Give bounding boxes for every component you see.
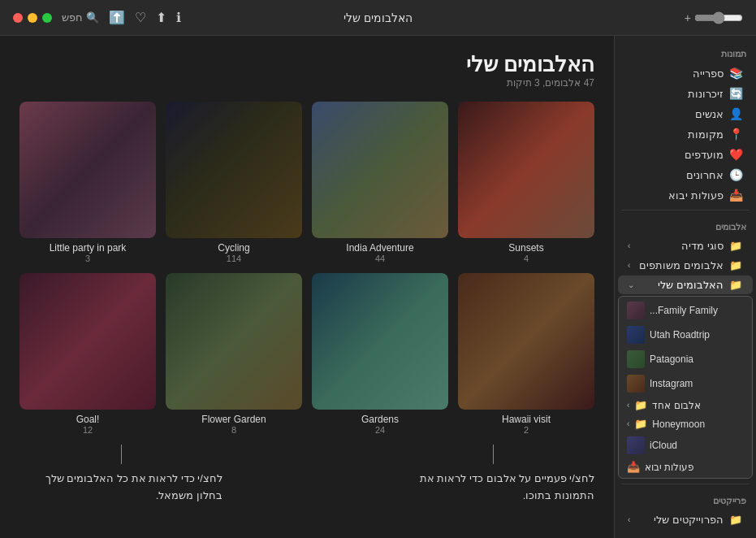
- photo-item-3[interactable]: India Adventure44: [312, 102, 448, 263]
- sidebar-item-user-albums[interactable]: 📁 סוגי מדיה ›: [618, 236, 753, 255]
- chevron-right-shared-icon: ›: [628, 261, 630, 270]
- zoom-slider[interactable]: [694, 11, 743, 24]
- photo-thumb-6: [166, 273, 302, 410]
- heart-icon[interactable]: ♡: [135, 10, 146, 25]
- search-icon: 🔍: [86, 11, 99, 24]
- upload-icon[interactable]: ⬆: [156, 10, 166, 25]
- honeymoon-chevron-icon: ›: [627, 419, 629, 428]
- photo-item-7[interactable]: Gardens24: [312, 273, 448, 435]
- imports2-label: פעולות יבוא: [645, 462, 694, 473]
- photo-thumb-inner-2: [166, 102, 302, 238]
- album-utah-roadtrip[interactable]: Utah Roadtrip: [619, 323, 752, 347]
- callout-left-text: לחצ/י פעמיים על אלבום כדי לראות את התמונ…: [391, 471, 594, 505]
- sidebar-item-people[interactable]: 👤 אנשים: [618, 104, 753, 124]
- album-one-label: אלבום אחד: [652, 400, 700, 411]
- minimize-button[interactable]: [28, 13, 37, 23]
- content-header: האלבומים שלי 47 אלבומים, 3 תיקות: [19, 52, 594, 89]
- photo-thumb-inner-8: [458, 273, 594, 410]
- callout-left: לחצ/י פעמיים על אלבום כדי לראות את התמונ…: [391, 445, 594, 505]
- patagonia-label: Patagonia: [650, 354, 693, 365]
- user-albums-label: סוגי מדיה: [635, 240, 724, 252]
- sidebar-item-places[interactable]: 📍 מקומות: [618, 124, 753, 144]
- photo-label-2: Cycling: [218, 242, 249, 254]
- photo-item-4[interactable]: Sunsets4: [458, 102, 594, 263]
- sidebar-item-memories[interactable]: 🔄 זיכרונות: [618, 84, 753, 103]
- photo-label-1: Little party in park: [50, 242, 127, 254]
- album-family-family[interactable]: Family Family...: [619, 298, 752, 323]
- window-title-text: האלבומים שלי: [343, 11, 413, 24]
- content-area: האלבומים שלי 47 אלבומים, 3 תיקות Little …: [0, 36, 614, 538]
- projects-label: הפרוייקטים שלי: [635, 514, 724, 526]
- album-honeymoon[interactable]: Honeymoon 📁 ›: [619, 414, 752, 433]
- photo-thumb-7: [312, 273, 448, 410]
- photo-item-8[interactable]: Hawaii visit2: [458, 273, 594, 435]
- share-icon[interactable]: ⬆️: [109, 10, 125, 25]
- album-one[interactable]: אלבום אחד 📁 ›: [619, 396, 752, 414]
- chevron-down-icon: ⌄: [628, 280, 634, 289]
- memories-label: זיכרונות: [628, 88, 724, 100]
- page-subtitle: 47 אלבומים, 3 תיקות: [19, 77, 594, 89]
- my-albums-dropdown: Family Family... Utah Roadtrip Patagonia…: [618, 296, 753, 479]
- title-bar: 🔍 חפש ⬆️ ♡ ⬆ ℹ האלבומים שלי +: [0, 0, 756, 36]
- people-label: אנשים: [628, 108, 724, 120]
- sidebar-item-imports[interactable]: 📥 פעולות יבוא: [618, 185, 753, 205]
- album-icloud[interactable]: iCloud: [619, 433, 752, 458]
- maximize-button[interactable]: [42, 13, 52, 23]
- sidebar-divider-2: [621, 484, 750, 484]
- photo-count-7: 24: [375, 425, 385, 435]
- callout-line-right: [121, 445, 122, 464]
- photo-label-8: Hawaii visit: [502, 414, 551, 425]
- album-instagram[interactable]: Instagram: [619, 371, 752, 396]
- photo-grid: Little party in park3Cycling114India Adv…: [19, 102, 594, 435]
- people-icon: 👤: [728, 107, 743, 120]
- sidebar-item-shared[interactable]: 📁 אלבומים משותפים ›: [618, 256, 753, 275]
- photo-item-6[interactable]: Flower Garden8: [166, 273, 302, 435]
- library-label: ספרייה: [628, 67, 724, 80]
- imports2-icon: 📥: [627, 461, 640, 473]
- patagonia-thumb: [627, 350, 645, 368]
- photo-count-3: 44: [375, 254, 385, 263]
- window-title: האלבומים שלי: [343, 11, 413, 24]
- albums-section-header: אלבומים: [615, 215, 756, 236]
- search-label: חפש: [62, 11, 83, 24]
- photo-item-2[interactable]: Cycling114: [166, 102, 302, 263]
- photo-thumb-8: [458, 273, 594, 410]
- sidebar-item-my-albums[interactable]: 📁 האלבומים שלי ⌄: [618, 276, 753, 294]
- library-icon: 📚: [728, 67, 743, 80]
- sidebar-item-library[interactable]: 📚 ספרייה: [618, 63, 753, 83]
- photo-thumb-2: [166, 102, 302, 238]
- utah-roadtrip-thumb: [627, 326, 645, 344]
- sidebar-item-recently-deleted[interactable]: 🕒 אחרונים: [618, 165, 753, 184]
- projects-section-header: פרייקטים: [615, 489, 756, 510]
- photo-item-5[interactable]: Goal!12: [19, 273, 156, 435]
- family-family-label: Family Family...: [650, 305, 718, 316]
- my-albums-label: האלבומים שלי: [639, 279, 724, 291]
- sidebar-item-projects[interactable]: 📁 הפרוייקטים שלי ›: [618, 510, 753, 529]
- instagram-label: Instagram: [650, 378, 693, 389]
- photo-thumb-3: [312, 102, 448, 238]
- callout-right: לחצ/י כדי לראות את כל האלבומים שלך בחלון…: [19, 445, 222, 505]
- photo-thumb-5: [19, 273, 156, 410]
- photo-count-6: 8: [231, 425, 236, 435]
- album-one-chevron-icon: ›: [627, 401, 629, 410]
- callout-area: לחצ/י פעמיים על אלבום כדי לראות את התמונ…: [19, 435, 594, 505]
- sidebar-item-favorites[interactable]: ❤️ מועדפים: [618, 145, 753, 164]
- album-patagonia[interactable]: Patagonia: [619, 347, 752, 371]
- projects-chevron-icon: ›: [628, 515, 630, 524]
- honeymoon-folder-icon: 📁: [634, 418, 647, 430]
- photo-item-1[interactable]: Little party in park3: [19, 102, 156, 263]
- family-family-thumb: [627, 302, 645, 319]
- search-button[interactable]: 🔍 חפש: [62, 11, 99, 24]
- close-button[interactable]: [13, 13, 23, 23]
- photo-label-7: Gardens: [361, 414, 399, 425]
- memories-icon: 🔄: [728, 87, 743, 100]
- sidebar: תמונות 📚 ספרייה 🔄 זיכרונות 👤 אנשים 📍 מקו…: [614, 36, 756, 538]
- instagram-thumb: [627, 375, 645, 393]
- utah-roadtrip-label: Utah Roadtrip: [650, 329, 710, 341]
- icloud-thumb: [627, 436, 645, 454]
- page-title: האלבומים שלי: [19, 52, 594, 77]
- main-container: האלבומים שלי 47 אלבומים, 3 תיקות Little …: [0, 36, 756, 538]
- album-imports2[interactable]: פעולות יבוא 📥: [619, 458, 752, 476]
- photo-count-2: 114: [227, 254, 241, 263]
- info-icon[interactable]: ℹ: [176, 10, 181, 25]
